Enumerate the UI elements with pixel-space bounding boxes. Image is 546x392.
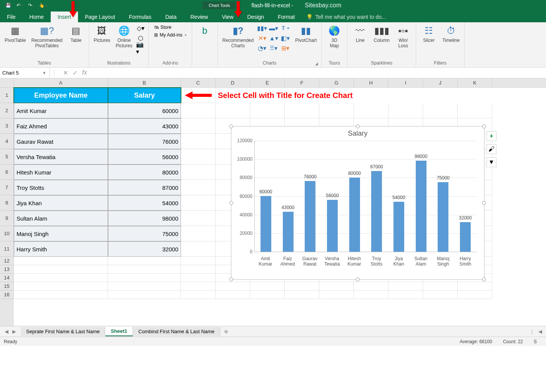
cell-empty[interactable] [250,291,285,299]
chart-handle-nw[interactable] [229,125,233,128]
cell-empty[interactable] [14,265,108,274]
pie-chart-button[interactable]: ◔▾ [257,44,267,52]
name-box[interactable]: Chart 5 ▾ [0,68,50,78]
cell-empty[interactable] [285,282,319,291]
sheet-tab-3[interactable]: Combind First Name & Last Name [133,327,220,336]
cell-empty[interactable] [108,291,181,299]
column-header-g[interactable]: G [319,78,354,87]
charts-dialog-launcher[interactable]: ◢ [315,61,318,66]
column-header-c[interactable]: C [181,78,216,87]
cell-a1[interactable]: Employee Name [14,88,108,103]
row-header-13[interactable]: 13 [0,265,14,274]
select-all-triangle[interactable] [0,78,14,88]
row-header-10[interactable]: 10 [0,226,14,241]
chart-bar[interactable]: 54000 [393,202,404,252]
cell-a11[interactable]: Harry Smith [14,241,108,257]
cell-empty[interactable] [181,195,216,211]
chart-handle-e[interactable] [482,201,486,205]
recommended-charts-button[interactable]: ▮? Recommended Charts [221,24,255,49]
chart-bar[interactable]: 80000 [349,178,360,252]
pivot-table-button[interactable]: ▦ PivotTable [3,24,27,44]
screenshot-button[interactable]: 📷▾ [136,44,145,52]
chart-bar[interactable]: 43000 [283,212,294,252]
column-chart-button[interactable]: ▮▮▾ [257,24,267,32]
redo-icon[interactable]: ↷▾ [26,1,36,10]
slicer-button[interactable]: ☷Slicer [419,24,438,44]
sparkline-line-button[interactable]: 〰Line [350,24,370,44]
row-header-2[interactable]: 2 [0,103,14,118]
cell-empty[interactable] [388,291,423,299]
column-header-i[interactable]: I [388,78,423,87]
cell-a7[interactable]: Troy Stotts [14,180,108,195]
tab-review[interactable]: Review [184,12,215,22]
cell-b8[interactable]: 54000 [108,195,181,211]
row-header-1[interactable]: 1 [0,88,14,103]
cell-empty[interactable] [319,103,354,118]
cancel-formula-icon[interactable]: ✕ [63,69,68,76]
fx-icon[interactable]: fx [82,69,87,76]
chart-handle-s[interactable] [356,277,360,281]
cell-a2[interactable]: Amit Kumar [14,103,108,118]
chart-handle-n[interactable] [356,125,360,128]
cell-empty[interactable] [181,134,216,149]
cell-b5[interactable]: 56000 [108,149,181,164]
column-header-j[interactable]: J [423,78,458,87]
shapes-button[interactable]: ◇▾ [136,24,145,32]
undo-icon[interactable]: ↶▾ [15,1,25,10]
bar-chart-button[interactable]: ▬▾ [269,24,278,32]
cell-empty[interactable] [216,103,250,118]
row-header-7[interactable]: 7 [0,180,14,195]
scatter-chart-button[interactable]: ⠿▾ [269,44,278,52]
cell-empty[interactable] [181,291,216,299]
cell-b1[interactable]: Salary [108,88,181,103]
cell-empty[interactable] [354,103,388,118]
row-header-12[interactable]: 12 [0,257,14,265]
row-header-5[interactable]: 5 [0,149,14,164]
area-chart-button[interactable]: ▲▾ [269,34,278,42]
accept-formula-icon[interactable]: ✓ [73,69,78,76]
tab-home[interactable]: Home [23,12,51,22]
cell-b4[interactable]: 76000 [108,134,181,149]
tell-me-search[interactable]: 💡 Tell me what you want to do... [302,12,546,22]
sparkline-column-button[interactable]: ▮▮▮Column [372,24,391,44]
row-header-6[interactable]: 6 [0,164,14,180]
cell-a8[interactable]: Jiya Khan [14,195,108,211]
pictures-button[interactable]: 🖼 Pictures [92,24,112,44]
cell-empty[interactable] [423,103,458,118]
chart-elements-button[interactable]: + [486,131,496,141]
cell-empty[interactable] [458,282,492,291]
sheet-tab-2[interactable]: Sheet1 [105,327,133,336]
cell-empty[interactable] [216,282,250,291]
cell-empty[interactable] [250,282,285,291]
cell-empty[interactable] [388,282,423,291]
tab-page-layout[interactable]: Page Layout [78,12,122,22]
cell-empty[interactable] [14,257,108,265]
cell-empty[interactable] [285,291,319,299]
cell-empty[interactable] [14,282,108,291]
cell-empty[interactable] [181,274,216,282]
cell-empty[interactable] [181,226,216,241]
chart-handle-se[interactable] [482,277,486,281]
column-header-h[interactable]: H [354,78,388,87]
cell-empty[interactable] [14,291,108,299]
cell-a10[interactable]: Manoj Singh [14,226,108,241]
bing-maps-button[interactable]: b [195,24,214,38]
table-button[interactable]: ▤ Table [66,24,86,44]
cell-a3[interactable]: Faiz Ahmed [14,118,108,134]
sparkline-winloss-button[interactable]: ▪▫▪Win/ Loss [393,24,413,49]
tab-design[interactable]: Design [241,12,271,22]
chart-title[interactable]: Salary [231,126,484,141]
cell-empty[interactable] [181,118,216,134]
row-header-3[interactable]: 3 [0,118,14,134]
chart-bar[interactable]: 56000 [327,200,338,252]
cell-empty[interactable] [181,211,216,226]
online-pictures-button[interactable]: 🌐 Online Pictures [114,24,134,49]
chart-filter-button[interactable]: ▼ [486,157,496,167]
cell-b7[interactable]: 87000 [108,180,181,195]
cells-area[interactable]: Employee Name Salary Select Cell with Ti… [14,88,546,326]
cell-a4[interactable]: Gaurav Rawat [14,134,108,149]
cell-empty[interactable] [181,103,216,118]
cell-empty[interactable] [108,265,181,274]
cell-empty[interactable] [181,149,216,164]
tab-formulas[interactable]: Formulas [122,12,158,22]
